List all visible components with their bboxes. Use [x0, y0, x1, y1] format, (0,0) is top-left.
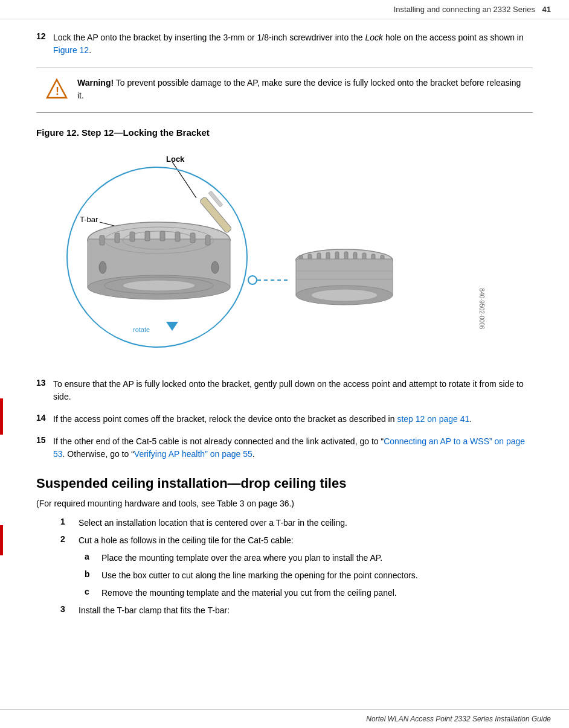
svg-point-21 — [99, 261, 106, 273]
figure-area: Lock T-bar — [36, 148, 533, 372]
svg-rect-13 — [130, 232, 135, 241]
step-15-num: 15 — [36, 435, 53, 461]
lock-label: Lock — [166, 155, 184, 164]
svg-rect-17 — [190, 233, 195, 243]
verifying-ap-link[interactable]: Verifying AP health” on page 55 — [134, 449, 252, 459]
page-header: Installing and connecting an 2332 Series… — [0, 0, 569, 19]
alpha-a-label: a — [85, 552, 101, 564]
alpha-c-row: c Remove the mounting template and the m… — [85, 587, 533, 599]
connector-circle — [248, 275, 257, 285]
footer-text: Nortel WLAN Access Point 2332 Series Ins… — [366, 715, 551, 723]
step-15-row: 15 If the other end of the Cat-5 cable i… — [36, 435, 533, 461]
step-15-text: If the other end of the Cat-5 cable is n… — [53, 435, 533, 461]
sub-steps: 1 Select an installation location that i… — [60, 517, 533, 617]
warning-text: Warning! To prevent possible damage to t… — [77, 77, 523, 102]
svg-point-38 — [311, 289, 378, 301]
svg-text:rotate: rotate — [133, 326, 150, 333]
content: 12 Lock the AP onto the bracket by inser… — [0, 19, 569, 634]
main-device-svg: rotate — [69, 168, 248, 346]
svg-rect-11 — [100, 235, 104, 245]
svg-rect-16 — [175, 232, 180, 241]
substep-1-num: 1 — [60, 517, 79, 529]
alpha-c-label: c — [85, 587, 101, 599]
svg-rect-15 — [160, 231, 165, 241]
alpha-b-label: b — [85, 569, 101, 582]
steps-section: 13 To ensure that the AP is fully locked… — [36, 378, 533, 461]
svg-text:!: ! — [56, 85, 59, 97]
section-sub: (For required mounting hardware and tool… — [36, 499, 533, 508]
dotted-line — [257, 279, 288, 281]
table-3-link[interactable]: Table 3 on page 36 — [217, 499, 289, 508]
step-14-num: 14 — [36, 413, 53, 426]
step-14-row: 14 If the access point comes off the bra… — [36, 413, 533, 426]
warning-box: ! Warning! To prevent possible damage to… — [36, 68, 533, 113]
step-14-text: If the access point comes off the bracke… — [53, 413, 533, 426]
substep-3-num: 3 — [60, 604, 79, 617]
substep-2-num: 2 — [60, 534, 79, 547]
left-red-bar — [0, 398, 3, 435]
header-title: Installing and connecting an 2332 Series… — [394, 5, 551, 14]
step-13-text: To ensure that the AP is fully locked on… — [53, 378, 533, 403]
step-13-row: 13 To ensure that the AP is fully locked… — [36, 378, 533, 403]
image-id: 840-9502-0006 — [479, 289, 486, 330]
step-13-num: 13 — [36, 378, 53, 403]
svg-rect-12 — [115, 233, 120, 243]
alpha-a-row: a Place the mounting template over the a… — [85, 552, 533, 564]
warning-icon: ! — [46, 78, 68, 104]
svg-rect-14 — [145, 231, 150, 241]
alpha-b-text: Use the box cutter to cut along the line… — [101, 569, 418, 582]
figure-12-link[interactable]: Figure 12 — [53, 45, 89, 55]
left-red-bar2 — [0, 525, 3, 555]
svg-marker-23 — [166, 322, 178, 331]
page-footer: Nortel WLAN Access Point 2332 Series Ins… — [0, 709, 569, 728]
svg-rect-18 — [205, 235, 210, 245]
figure-title: Figure 12. Step 12—Locking the Bracket — [36, 127, 533, 138]
header-title-text: Installing and connecting an 2332 Series — [394, 5, 535, 14]
svg-point-20 — [123, 280, 195, 291]
page-number: 41 — [542, 5, 551, 14]
section-heading: Suspended ceiling installation—drop ceil… — [36, 475, 533, 493]
warning-body: To prevent possible damage to the AP, ma… — [77, 78, 521, 100]
step-12-num: 12 — [36, 31, 53, 57]
side-device-svg — [284, 242, 405, 363]
substep-2-row: 2 Cut a hole as follows in the ceiling t… — [60, 534, 533, 547]
substep-3-row: 3 Install the T-bar clamp that fits the … — [60, 604, 533, 617]
step-12-text: Lock the AP onto the bracket by insertin… — [53, 31, 533, 57]
warning-label: Warning! — [77, 78, 114, 88]
substep-3-text: Install the T-bar clamp that fits the T-… — [79, 604, 230, 617]
step-12-row: 12 Lock the AP onto the bracket by inser… — [36, 31, 533, 57]
alpha-a-text: Place the mounting template over the are… — [101, 552, 382, 564]
step-12-link[interactable]: step 12 on page 41 — [397, 414, 469, 424]
svg-point-22 — [211, 261, 219, 273]
substep-1-text: Select an installation location that is … — [79, 517, 347, 529]
alpha-steps: a Place the mounting template over the a… — [85, 552, 533, 599]
connecting-ap-link[interactable]: Connecting an AP to a WSS” on page 53 — [53, 436, 525, 459]
dotted-connector — [248, 275, 288, 285]
page-container: Installing and connecting an 2332 Series… — [0, 0, 569, 728]
substep-2-text: Cut a hole as follows in the ceiling til… — [79, 534, 294, 547]
alpha-b-row: b Use the box cutter to cut along the li… — [85, 569, 533, 582]
alpha-c-text: Remove the mounting template and the mat… — [101, 587, 397, 599]
substep-1-row: 1 Select an installation location that i… — [60, 517, 533, 529]
